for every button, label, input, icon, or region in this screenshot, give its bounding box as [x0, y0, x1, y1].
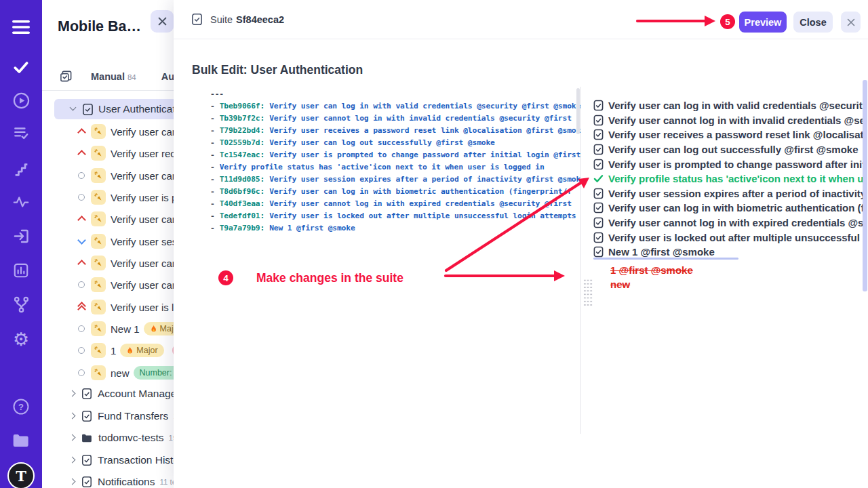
tree-test-item[interactable]: Verify user can log in with biometric au…	[54, 252, 174, 274]
chevron-right-icon[interactable]	[69, 390, 77, 398]
interaction-icon	[91, 300, 106, 314]
tree-suite-item[interactable]: Transaction History	[54, 450, 174, 470]
tree-suite-item[interactable]: Notifications 11 tests	[54, 472, 174, 488]
status-marker-icon	[75, 259, 88, 267]
import-icon[interactable]	[0, 224, 42, 247]
bulk-edit-modal: SuiteSf84eeca2 Preview Close Bulk Edit: …	[174, 0, 868, 488]
preview-scrollbar[interactable]	[863, 80, 867, 291]
tree-test-item[interactable]: Verify user can log out successfully @fi…	[54, 165, 174, 186]
chevron-right-icon[interactable]	[69, 456, 77, 464]
tree-test-item[interactable]: 1 Major To	[54, 340, 174, 361]
settings-gear-icon[interactable]: ⚙	[0, 328, 42, 351]
preview-test-item: Verify user cannot log in with expired c…	[593, 216, 863, 230]
test-doc-icon	[593, 232, 604, 243]
preview-test-item: Verify user receives a password reset li…	[593, 127, 863, 142]
tree-test-item[interactable]: Verify user is prompted to change passwo…	[54, 186, 174, 208]
tree-test-item[interactable]: Verify user is locked out after multiple…	[54, 296, 174, 318]
preview-removed-divider	[593, 258, 738, 260]
tree-test-item[interactable]: new Number: 3	[54, 362, 174, 384]
tree-test-item[interactable]: Verify user receives a password reset li…	[54, 142, 174, 164]
interaction-icon	[91, 343, 106, 358]
test-doc-icon	[593, 100, 604, 111]
tree-test-item[interactable]: Verify user cannot log in with invalid c…	[54, 208, 174, 230]
steps-icon[interactable]	[0, 158, 42, 181]
editor-line: -Tedefdf01:Verify user is locked out aft…	[210, 210, 580, 222]
editor-line: -T8d6bf96c:Verify user can log in with b…	[210, 186, 580, 198]
chevron-right-icon[interactable]	[69, 478, 77, 486]
preview-test-item-added: Verify profile status has 'active'icon n…	[593, 171, 863, 186]
added-check-icon	[593, 174, 604, 183]
editor-line: ---	[210, 88, 580, 100]
help-icon[interactable]: ?	[0, 395, 42, 418]
editor-line: -Tc1547eac:Verify user is prompted to ch…	[210, 149, 580, 161]
chevron-down-icon[interactable]	[69, 105, 77, 113]
label-badge-number: Number: 3	[134, 366, 174, 380]
branches-icon[interactable]	[0, 293, 42, 316]
tree-suite-item[interactable]: Fund Transfers 12	[54, 406, 174, 426]
tree-test-item[interactable]: Verify user cannot log in with expired c…	[54, 274, 174, 296]
tree-suite-item[interactable]: Account Management	[54, 384, 174, 404]
priority-badge-major: Major	[144, 322, 174, 336]
status-marker-icon	[75, 237, 88, 245]
test-doc-icon	[593, 159, 604, 170]
suite-doc-icon	[81, 388, 92, 400]
pulse-icon[interactable]	[0, 190, 42, 214]
tree-test-item[interactable]: New 1 Major	[54, 318, 174, 340]
test-doc-icon	[593, 129, 604, 140]
preview-list: Verify user can log in with valid creden…	[593, 98, 863, 260]
editor-line: -T11d9d085:Verify user session expires a…	[210, 174, 580, 186]
suite-count: 11 tests	[159, 478, 174, 486]
plans-icon[interactable]	[0, 121, 42, 144]
bulk-edit-code-editor[interactable]: --- -Tbeb9066f:Verify user can log in wi…	[210, 88, 580, 237]
fire-icon	[126, 346, 134, 354]
status-marker-icon	[75, 149, 88, 157]
preview-button[interactable]: Preview	[739, 12, 787, 33]
annotation-step-4-text: Make changes in the suite	[256, 271, 403, 285]
projects-folder-icon[interactable]	[0, 429, 42, 452]
modal-close-x-button[interactable]	[841, 12, 861, 33]
modal-header: SuiteSf84eeca2 Preview Close	[174, 0, 868, 39]
status-marker-icon	[75, 172, 88, 179]
status-marker-icon	[75, 127, 88, 136]
editor-panel-divider	[580, 87, 581, 434]
preview-test-item: Verify user can log out successfully @fi…	[593, 142, 863, 157]
main-sidebar: ⚙ ? T	[0, 0, 42, 488]
menu-icon[interactable]	[0, 16, 42, 39]
suite-id: Sf84eeca2	[236, 14, 284, 25]
preview-test-item: Verify user is locked out after multiple…	[593, 230, 863, 245]
interaction-icon	[91, 256, 106, 270]
tests-icon[interactable]	[0, 56, 42, 79]
preview-test-item: Verify user session expires after a peri…	[593, 186, 863, 201]
tree-test-item[interactable]: Verify user can log in with valid creden…	[54, 121, 174, 142]
analytics-icon[interactable]	[0, 259, 42, 282]
close-icon	[847, 18, 855, 26]
editor-scrollbar-thumb[interactable]	[576, 88, 580, 134]
chevron-right-icon[interactable]	[69, 434, 77, 442]
removed-test-item: 1 @first @smoke	[610, 264, 693, 276]
chevron-right-icon[interactable]	[69, 412, 77, 420]
suite-tree: User Authentication Verify user can log …	[42, 0, 174, 488]
removed-test-item: new	[610, 279, 630, 290]
interaction-icon	[91, 124, 106, 139]
interaction-icon	[91, 211, 106, 226]
preview-test-item: Verify user can log in with valid creden…	[593, 98, 863, 113]
app-logo[interactable]: T	[0, 462, 42, 488]
interaction-icon	[91, 190, 106, 205]
suite-doc-icon	[81, 476, 92, 488]
app-window: ⚙ ? T Mobile Banking Manual84 Automated	[0, 0, 868, 488]
splitter-drag-handle[interactable]	[583, 279, 593, 307]
runs-icon[interactable]	[0, 89, 42, 112]
tree-suite-user-authentication[interactable]: User Authentication	[54, 99, 174, 119]
editor-line: -T02559b7d:Verify user can log out succe…	[210, 137, 580, 149]
project-panel: Mobile Banking Manual84 Automated User A…	[42, 0, 174, 488]
test-doc-icon	[593, 115, 604, 126]
interaction-icon	[91, 168, 106, 183]
close-button[interactable]: Close	[793, 12, 833, 33]
status-marker-icon	[75, 302, 88, 312]
editor-line: -Tbeb9066f:Verify user can log in with v…	[210, 100, 580, 113]
tree-folder-item[interactable]: todomvc-tests 19	[54, 428, 174, 448]
tree-test-item[interactable]: Verify user session expires after a peri…	[54, 230, 174, 252]
interaction-icon	[91, 234, 106, 249]
modal-suite-label: SuiteSf84eeca2	[210, 0, 284, 39]
status-marker-icon	[75, 347, 88, 354]
